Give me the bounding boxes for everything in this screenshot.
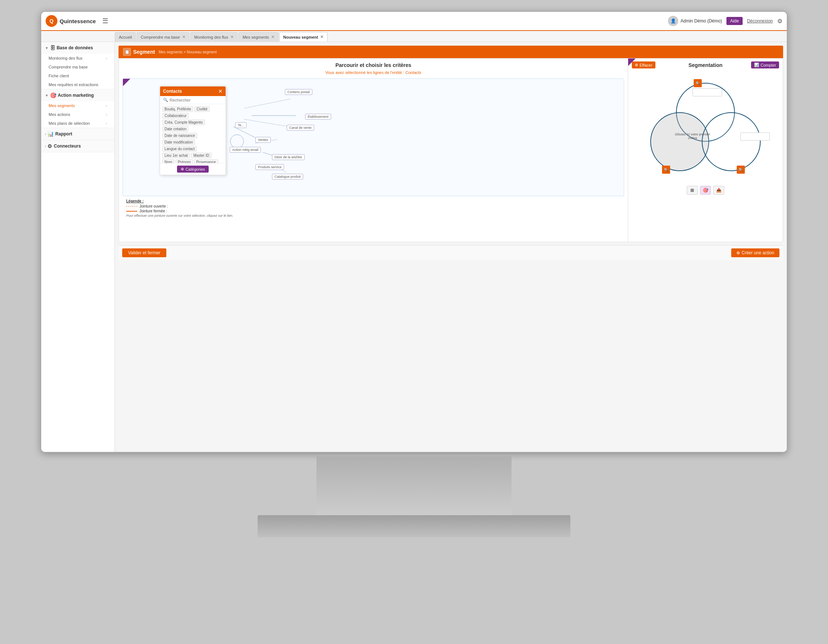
sidebar-section-header-bdd[interactable]: ▼ 🗄 Base de données	[41, 42, 114, 54]
categories-area: ⊕ Catégories	[160, 163, 226, 175]
contacts-modal-close-button[interactable]: ✕	[218, 88, 223, 94]
breadcrumb: Mes segments > Nouveau segment	[158, 50, 217, 54]
page-title: Segment	[133, 49, 155, 55]
venn-search-bottom-right-button[interactable]: 🔍	[737, 166, 745, 174]
table-view-button[interactable]: ⊞	[687, 186, 698, 195]
tab-close-nouveau-segment[interactable]: ✕	[320, 34, 323, 39]
sidebar-item-fiche-client[interactable]: Fiche client	[41, 71, 114, 80]
venn-input-right[interactable]	[740, 133, 770, 141]
sidebar-item-plans[interactable]: Mes plans de sélection ›	[41, 119, 114, 128]
tab-mes-segments[interactable]: Mes segments ✕	[238, 32, 279, 42]
sidebar-section-title-bdd: Base de données	[56, 45, 93, 50]
sidebar-section-bdd: ▼ 🗄 Base de données Monitoring des flux …	[41, 42, 114, 89]
closed-join-line-icon	[126, 211, 137, 212]
chevron-plans-icon: ›	[106, 121, 107, 125]
seg-actions: ⊞ 🎯 📤	[632, 186, 779, 195]
venn-search-bottom-left-button[interactable]: 🔍	[662, 166, 670, 174]
contacts-search-area: 🔍	[160, 96, 226, 104]
venn-center-text: Glissez ici votre premier critère	[671, 133, 715, 140]
canvas-node-ventes: Ventes	[256, 137, 271, 143]
svg-point-7	[231, 135, 244, 148]
monitor-base	[257, 515, 571, 537]
legend-area: Légende : Jointure ouverte : Jointure fe…	[122, 196, 624, 221]
tab-close-mes-segments[interactable]: ✕	[271, 34, 274, 39]
logo-area: Q Quintessence ☰	[45, 15, 119, 27]
canvas-node-action-email: Action mktg email	[230, 147, 261, 153]
export-button[interactable]: 📤	[713, 186, 724, 195]
effacer-button[interactable]: ⊗ Effacer	[632, 61, 656, 69]
tab-comprendre[interactable]: Comprendre ma base ✕	[136, 32, 189, 42]
target-icon: 🎯	[50, 92, 56, 98]
sidebar-item-mes-actions[interactable]: Mes actions ›	[41, 110, 114, 119]
contacts-modal: Contacts ✕ 🔍 Boutiq. Préférée Civilité	[160, 86, 226, 175]
user-avatar: 👤	[668, 16, 678, 26]
sidebar-section-header-rapport[interactable]: › 📊 Rapport	[41, 128, 114, 140]
hamburger-menu-button[interactable]: ☰	[101, 16, 110, 27]
tag-master-id[interactable]: Master ID	[191, 153, 211, 158]
settings-icon[interactable]: ⚙	[777, 18, 783, 25]
user-name: Admin Démo (Démo)	[681, 19, 722, 24]
sidebar-item-monitoring[interactable]: Monitoring des flux ›	[41, 54, 114, 63]
compter-button[interactable]: 📊 Compter	[751, 61, 779, 69]
arrow-connecteurs-icon: ›	[45, 144, 46, 148]
sidebar-section-connecteurs: › ⚙ Connecteurs	[41, 140, 114, 152]
tab-close-monitoring[interactable]: ✕	[231, 34, 234, 39]
sidebar-item-comprendre[interactable]: Comprendre ma base	[41, 63, 114, 71]
arrow-action-icon: ▼	[45, 94, 49, 97]
deconnexion-button[interactable]: Déconnexion	[747, 19, 773, 24]
tab-accueil[interactable]: Accueil	[115, 32, 136, 42]
venn-view-button[interactable]: 🎯	[700, 186, 711, 195]
sidebar-item-requetes[interactable]: Mes requêtes et extractions	[41, 80, 114, 89]
contacts-search-input[interactable]	[169, 98, 223, 102]
sidebar-section-header-action[interactable]: ▼ 🎯 Action marketing	[41, 89, 114, 101]
aide-button[interactable]: Aide	[726, 17, 743, 25]
tab-nouveau-segment[interactable]: Nouveau segment ✕	[279, 32, 328, 42]
tab-close-comprendre[interactable]: ✕	[182, 34, 185, 39]
logo-icon: Q	[45, 15, 57, 27]
canvas-node-canal: Canal de vente	[287, 125, 314, 131]
tag-date-modif[interactable]: Date modification	[162, 139, 195, 145]
tag-boutiq-preferee[interactable]: Boutiq. Préférée	[162, 107, 193, 112]
legend-title: Légende :	[126, 199, 621, 203]
tag-date-creation[interactable]: Date création	[162, 126, 188, 132]
sidebar-section-header-connecteurs[interactable]: › ⚙ Connecteurs	[41, 140, 114, 152]
tag-nom[interactable]: Nom	[162, 159, 174, 163]
tag-date-naissance[interactable]: Date de naissance	[162, 133, 197, 138]
compter-icon: 📊	[754, 63, 759, 67]
venn-circle-bottom-right	[702, 112, 761, 171]
valider-button[interactable]: Valider et fermer	[122, 248, 166, 257]
tag-collaborateur[interactable]: Collaborateur	[162, 113, 189, 119]
svg-line-0	[245, 99, 290, 108]
chevron-segments-icon: ›	[106, 104, 107, 108]
criteria-title: Parcourir et choisir les critères	[122, 62, 624, 68]
canvas-node-texte: Te...	[235, 122, 246, 128]
venn-diagram: Glissez ici votre premier critère 🔍 🔍 🔍	[635, 79, 775, 182]
categories-icon: ⊕	[181, 167, 184, 171]
contacts-modal-header: Contacts ✕	[160, 86, 226, 96]
svg-line-3	[233, 127, 256, 138]
tag-langue[interactable]: Langue du contact	[162, 146, 197, 152]
tag-prenom[interactable]: Prénom	[176, 159, 193, 163]
tag-provenance[interactable]: Provenance	[194, 159, 218, 163]
tag-crea-compte[interactable]: Créa. Compte Magento	[162, 120, 205, 125]
tag-civilite[interactable]: Civilité	[194, 107, 209, 112]
tabs-bar: Accueil Comprendre ma base ✕ Monitoring …	[41, 31, 787, 42]
canvas-node-catalogue: Catalogue produit	[272, 174, 303, 180]
canvas-node-produits: Produits service	[256, 164, 284, 170]
venn-search-top-button[interactable]: 🔍	[694, 79, 702, 87]
legend-open-join: Jointure ouverte :	[126, 204, 621, 208]
contacts-modal-title: Contacts	[163, 89, 182, 94]
tag-lieu[interactable]: Lieu 1er achat	[162, 153, 190, 158]
sidebar-item-mes-segments[interactable]: Mes segments ›	[41, 101, 114, 110]
creer-action-icon: ⊕	[736, 250, 740, 255]
main-panel: Parcourir et choisir les critères Vous a…	[119, 58, 783, 242]
venn-circle-bottom-left	[650, 112, 709, 171]
sidebar-section-title-connecteurs: Connecteurs	[54, 144, 81, 149]
sidebar-section-action-marketing: ▼ 🎯 Action marketing Mes segments › Mes …	[41, 89, 114, 128]
creer-action-button[interactable]: ⊕ Créer une action	[731, 248, 779, 257]
categories-button[interactable]: ⊕ Catégories	[177, 166, 209, 172]
venn-input-top[interactable]	[693, 88, 722, 96]
tab-monitoring[interactable]: Monitoring des flux ✕	[190, 32, 238, 42]
legend-note: Pour effectuer une jointure ouverte sur …	[126, 214, 621, 218]
database-icon: 🗄	[50, 45, 55, 51]
